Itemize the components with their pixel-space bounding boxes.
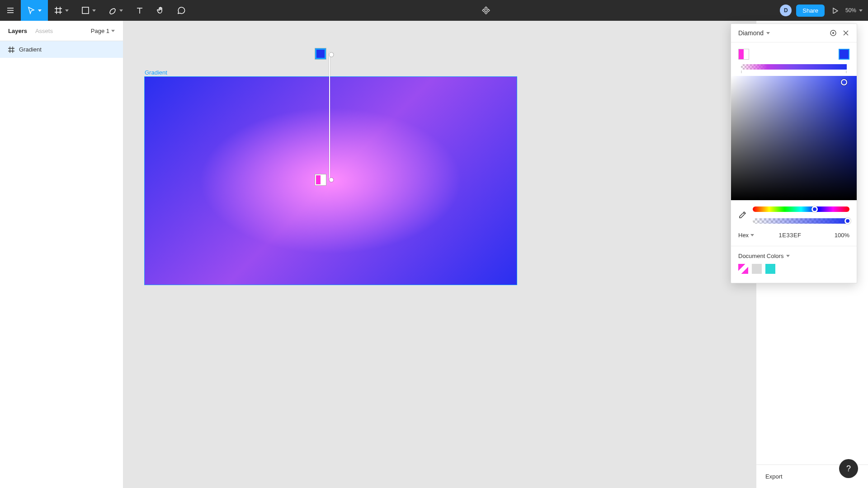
document-colors-label: Document Colors (738, 253, 783, 259)
frame-icon (54, 6, 62, 14)
layers-panel: Layers Assets Page 1 Gradient (0, 21, 123, 488)
hand-tool-button[interactable] (150, 0, 171, 21)
chevron-down-icon (92, 9, 96, 12)
svg-point-2 (832, 32, 834, 34)
chevron-down-icon (750, 234, 754, 236)
frame-tool-button[interactable] (48, 0, 75, 21)
styles-icon[interactable] (830, 29, 837, 37)
shape-tool-button[interactable] (75, 0, 102, 21)
gradient-stop-handle-blue[interactable] (315, 48, 326, 59)
zoom-value: 50% (845, 7, 856, 14)
components-icon[interactable] (481, 6, 491, 15)
gradient-stop-1[interactable] (738, 49, 749, 60)
alpha-knob[interactable] (844, 218, 851, 224)
chevron-down-icon (65, 9, 69, 12)
zoom-dropdown[interactable]: 50% (845, 7, 863, 14)
frame-label[interactable]: Gradient (145, 69, 167, 76)
alpha-slider[interactable] (753, 218, 849, 224)
comment-icon (177, 6, 185, 14)
chevron-down-icon (786, 255, 790, 257)
gradient-preview-bar[interactable] (741, 64, 847, 70)
move-tool-button[interactable] (21, 0, 48, 21)
hamburger-icon (6, 6, 14, 14)
comment-tool-button[interactable] (171, 0, 192, 21)
gradient-stop-2[interactable] (839, 49, 849, 60)
hue-knob[interactable] (811, 206, 818, 212)
gradient-end-dot[interactable] (330, 53, 334, 57)
color-mode-label: Hex (738, 232, 749, 239)
doc-color-swatch-2[interactable] (752, 264, 762, 274)
text-tool-button[interactable] (129, 0, 150, 21)
pen-tool-button[interactable] (102, 0, 129, 21)
cursor-icon (27, 6, 35, 14)
square-icon (81, 6, 90, 14)
gradient-type-dropdown[interactable]: Diamond (738, 29, 770, 37)
page-selector[interactable]: Page 1 (91, 28, 115, 34)
eyedropper-icon[interactable] (738, 211, 746, 219)
frame-icon (8, 47, 14, 53)
help-button[interactable]: ? (839, 459, 858, 478)
tab-assets[interactable]: Assets (35, 28, 53, 34)
present-button[interactable] (829, 0, 841, 21)
layer-name: Gradient (19, 46, 42, 53)
gradient-axis-line[interactable] (329, 52, 330, 180)
doc-color-swatch-3[interactable] (765, 264, 775, 274)
opacity-input[interactable]: 100% (826, 232, 849, 239)
hand-icon (156, 6, 165, 14)
chevron-down-icon (766, 32, 770, 34)
chevron-down-icon (38, 9, 42, 12)
gradient-stop-handle-pink[interactable] (315, 174, 326, 185)
export-label: Export (765, 473, 783, 480)
main-menu-button[interactable] (0, 0, 21, 21)
fill-color-picker: Diamond Hex 1E33EF (731, 23, 857, 283)
pen-icon (108, 6, 117, 14)
play-icon (832, 7, 838, 14)
chevron-down-icon (859, 9, 863, 12)
sv-handle[interactable] (841, 79, 847, 85)
doc-color-swatch-1[interactable] (738, 264, 748, 274)
top-toolbar: D Share 50% (0, 0, 868, 21)
saturation-value-area[interactable] (731, 76, 857, 200)
close-icon[interactable] (842, 29, 849, 37)
svg-rect-0 (82, 7, 89, 14)
share-button[interactable]: Share (796, 5, 825, 17)
gradient-center-dot[interactable] (330, 178, 334, 182)
user-avatar[interactable]: D (780, 5, 792, 16)
chevron-down-icon (111, 30, 115, 32)
hue-slider[interactable] (753, 206, 849, 212)
layer-row-gradient[interactable]: Gradient (0, 41, 123, 58)
tab-layers[interactable]: Layers (8, 28, 27, 34)
gradient-type-label: Diamond (738, 29, 764, 37)
hex-input[interactable]: 1E33EF (754, 232, 826, 239)
chevron-down-icon (119, 9, 123, 12)
document-colors-dropdown[interactable]: Document Colors (738, 253, 849, 259)
color-mode-dropdown[interactable]: Hex (738, 232, 754, 239)
page-selector-label: Page 1 (91, 28, 109, 34)
text-icon (136, 6, 144, 14)
gradient-ticks (738, 70, 849, 73)
